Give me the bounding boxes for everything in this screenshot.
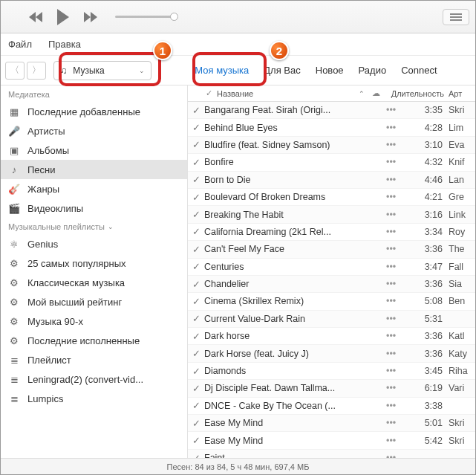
more-icon[interactable]: ••• xyxy=(386,314,402,324)
sidebar-item-artists[interactable]: 🎤 Артисты xyxy=(1,121,187,140)
more-icon[interactable]: ••• xyxy=(386,383,402,393)
track-row[interactable]: ✓Cinema (Skrillex Remix)•••5:08Ben xyxy=(188,293,475,310)
menu-edit[interactable]: Правка xyxy=(48,39,81,50)
track-row[interactable]: ✓Boulevard Of Broken Dreams•••4:21Gre xyxy=(188,189,475,206)
track-row[interactable]: ✓Breaking The Habit•••3:16Link xyxy=(188,206,475,223)
more-icon[interactable]: ••• xyxy=(386,279,402,289)
track-duration: 3:34 xyxy=(402,227,443,237)
track-duration: 4:32 xyxy=(402,157,443,167)
track-row[interactable]: ✓Bludfire (feat. Sidney Samson)•••3:10Ev… xyxy=(188,137,475,154)
track-row[interactable]: ✓Current Value-Dark Rain•••5:31 xyxy=(188,311,475,328)
track-row[interactable]: ✓Chandelier•••3:36Sia xyxy=(188,276,475,293)
track-artist: Lim xyxy=(443,123,475,133)
track-row[interactable]: ✓Dj Disciple Feat. Dawn Tallma...•••6:19… xyxy=(188,380,475,397)
sidebar-item-videos[interactable]: 🎬 Видеоклипы xyxy=(1,198,187,218)
nav-forward-button[interactable]: 〉 xyxy=(27,62,46,80)
track-row[interactable]: ✓Bangarang Feat. Sirah (Origi...•••3:35S… xyxy=(188,102,475,119)
tab-my-music[interactable]: Моя музыка xyxy=(195,65,249,76)
sidebar-pl-lumpics[interactable]: ≣ Lumpics xyxy=(1,389,187,408)
callout-badge-2: 2 xyxy=(270,41,289,60)
more-icon[interactable]: ••• xyxy=(386,366,402,376)
sidebar-pl-genius[interactable]: ⚛ Genius xyxy=(1,234,187,253)
track-duration: 3:36 xyxy=(402,279,443,289)
col-artist[interactable]: Арт xyxy=(449,89,475,98)
more-icon[interactable]: ••• xyxy=(386,140,402,150)
grid-icon: ▦ xyxy=(8,106,20,117)
sidebar-pl-rating[interactable]: ⚙ Мой высший рейтинг xyxy=(1,292,187,311)
more-icon[interactable]: ••• xyxy=(386,296,402,306)
mic-icon: 🎤 xyxy=(8,125,20,137)
sidebar-section-playlists[interactable]: Музыкальные плейлисты ⌄ xyxy=(1,218,187,234)
menu-file[interactable]: Файл xyxy=(8,39,32,50)
more-icon[interactable]: ••• xyxy=(386,262,402,272)
volume-slider[interactable] xyxy=(115,16,175,18)
track-artist: Skri xyxy=(443,105,475,115)
more-icon[interactable]: ••• xyxy=(386,210,402,220)
track-row[interactable]: ✓Born to Die•••4:46Lan xyxy=(188,172,475,189)
sidebar-item-songs[interactable]: ♪ Песни xyxy=(1,160,187,179)
track-row[interactable]: ✓Ease My Mind•••5:42Skri xyxy=(188,432,475,449)
track-row[interactable]: ✓Can't Feel My Face•••3:36The xyxy=(188,241,475,258)
sidebar-item-label: Классическая музыка xyxy=(27,277,125,288)
more-icon[interactable]: ••• xyxy=(386,401,402,411)
track-artist: Gre xyxy=(443,192,475,202)
col-duration[interactable]: Длительность xyxy=(388,89,449,98)
track-row[interactable]: ✓Dark horse•••3:36Katl xyxy=(188,328,475,345)
more-icon[interactable]: ••• xyxy=(386,175,402,185)
track-row[interactable]: ✓Bonfire•••4:32Knif xyxy=(188,154,475,171)
tab-new[interactable]: Новое xyxy=(316,65,344,76)
playlist-icon: ≣ xyxy=(8,354,20,366)
check-icon: ✓ xyxy=(188,348,204,359)
sidebar-pl-playlist[interactable]: ≣ Плейлист xyxy=(1,350,187,369)
nav-back-button[interactable]: 〈 xyxy=(5,62,25,80)
sidebar-item-genres[interactable]: 🎸 Жанры xyxy=(1,179,187,198)
track-row[interactable]: ✓Centuries•••3:47Fall xyxy=(188,259,475,276)
media-picker[interactable]: ♫ Музыка ⌄ xyxy=(53,61,151,80)
more-icon[interactable]: ••• xyxy=(386,157,402,167)
sidebar-item-label: Видеоклипы xyxy=(27,203,83,214)
track-row[interactable]: ✓Ease My Mind•••5:01Skri xyxy=(188,415,475,432)
more-icon[interactable]: ••• xyxy=(386,227,402,237)
prev-button[interactable] xyxy=(29,12,42,22)
check-icon: ✓ xyxy=(188,261,204,272)
more-icon[interactable]: ••• xyxy=(386,418,402,428)
sidebar-pl-top25[interactable]: ⚙ 25 самых популярных xyxy=(1,253,187,273)
tab-for-you[interactable]: Для Вас xyxy=(264,65,300,76)
more-icon[interactable]: ••• xyxy=(386,244,402,254)
callout-badge-1: 1 xyxy=(153,41,172,60)
guitar-icon: 🎸 xyxy=(8,183,20,195)
sidebar-item-albums[interactable]: ▣ Альбомы xyxy=(1,140,187,160)
check-icon: ✓ xyxy=(188,139,204,150)
track-name: Dj Disciple Feat. Dawn Tallma... xyxy=(204,383,386,393)
track-artist: Eva xyxy=(443,140,475,150)
track-duration: 4:28 xyxy=(402,123,443,133)
more-icon[interactable]: ••• xyxy=(386,192,402,202)
more-icon[interactable]: ••• xyxy=(386,436,402,446)
more-icon[interactable]: ••• xyxy=(386,105,402,115)
sidebar-pl-90s[interactable]: ⚙ Музыка 90-х xyxy=(1,311,187,331)
next-button[interactable] xyxy=(84,12,97,22)
track-table-header[interactable]: ✓ Название ⌃ ☁ Длительность Арт xyxy=(188,85,475,102)
sidebar-pl-classic[interactable]: ⚙ Классическая музыка xyxy=(1,273,187,292)
more-icon[interactable]: ••• xyxy=(386,349,402,359)
list-view-button[interactable] xyxy=(443,9,469,25)
sidebar-item-label: Leningrad(2) (convert-vid... xyxy=(27,374,143,385)
track-row[interactable]: ✓Dark Horse (feat. Juicy J)•••3:36Katy xyxy=(188,345,475,362)
sidebar-pl-leningrad[interactable]: ≣ Leningrad(2) (convert-vid... xyxy=(1,369,187,389)
sidebar-pl-recent[interactable]: ⚙ Последние исполненные xyxy=(1,331,187,350)
track-row[interactable]: ✓Diamonds•••3:45Riha xyxy=(188,363,475,380)
track-artist: Sia xyxy=(443,279,475,289)
tab-connect[interactable]: Connect xyxy=(401,65,437,76)
track-name: Born to Die xyxy=(204,175,386,185)
track-row[interactable]: ✓Behind Blue Eyes•••4:28Lim xyxy=(188,119,475,136)
col-name[interactable]: Название xyxy=(217,89,253,98)
track-row[interactable]: ✓California Dreaming (2k1 Rel...•••3:34R… xyxy=(188,224,475,241)
track-duration: 5:42 xyxy=(402,436,443,446)
sidebar-item-recent[interactable]: ▦ Последние добавленные xyxy=(1,102,187,121)
more-icon[interactable]: ••• xyxy=(386,123,402,133)
more-icon[interactable]: ••• xyxy=(386,331,402,341)
tab-radio[interactable]: Радио xyxy=(359,65,387,76)
track-row[interactable]: ✓DNCE - Cake By The Ocean (...•••3:38 xyxy=(188,398,475,415)
play-button[interactable] xyxy=(57,9,69,25)
track-name: Chandelier xyxy=(204,279,386,289)
